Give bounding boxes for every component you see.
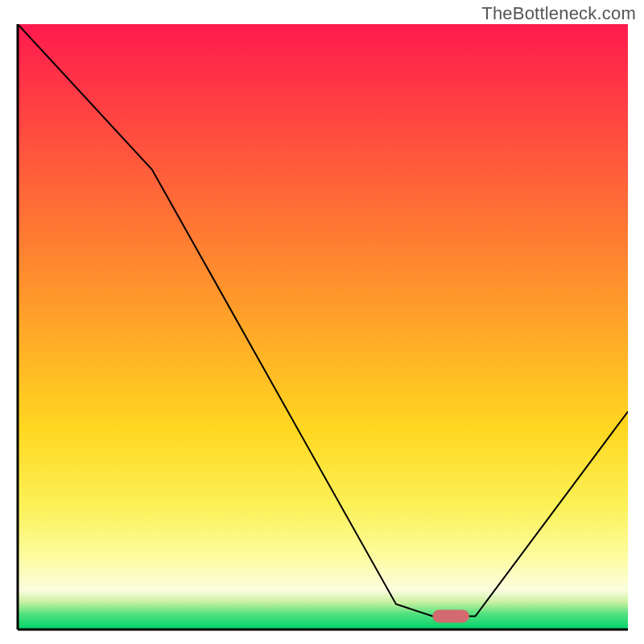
watermark-text: TheBottleneck.com xyxy=(481,3,636,24)
bottleneck-chart: TheBottleneck.com xyxy=(0,0,644,644)
gradient-background xyxy=(18,24,628,630)
chart-svg xyxy=(0,0,644,644)
optimal-zone-marker xyxy=(432,609,469,622)
